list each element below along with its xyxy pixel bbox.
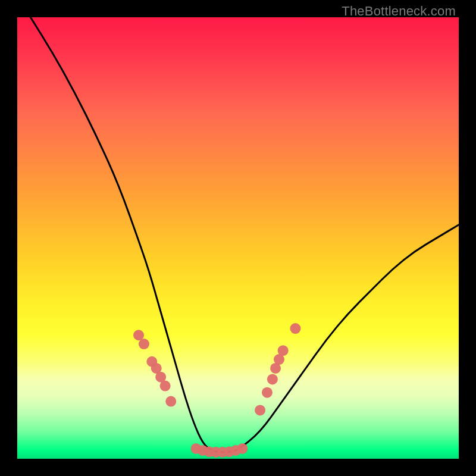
data-marker — [262, 387, 273, 398]
data-marker — [160, 381, 171, 392]
watermark-text: TheBottleneck.com — [342, 4, 456, 19]
bottleneck-curve-path — [30, 17, 459, 452]
marker-group — [133, 323, 300, 458]
curve-group — [30, 17, 459, 452]
data-marker — [139, 339, 149, 349]
data-marker — [255, 405, 265, 415]
data-marker — [165, 396, 176, 407]
chart-svg — [17, 17, 459, 459]
data-marker — [267, 374, 278, 384]
plot-area — [17, 17, 459, 459]
data-marker — [278, 345, 289, 356]
data-marker — [237, 443, 248, 454]
chart-frame: TheBottleneck.com — [0, 0, 476, 476]
data-marker — [290, 323, 300, 334]
